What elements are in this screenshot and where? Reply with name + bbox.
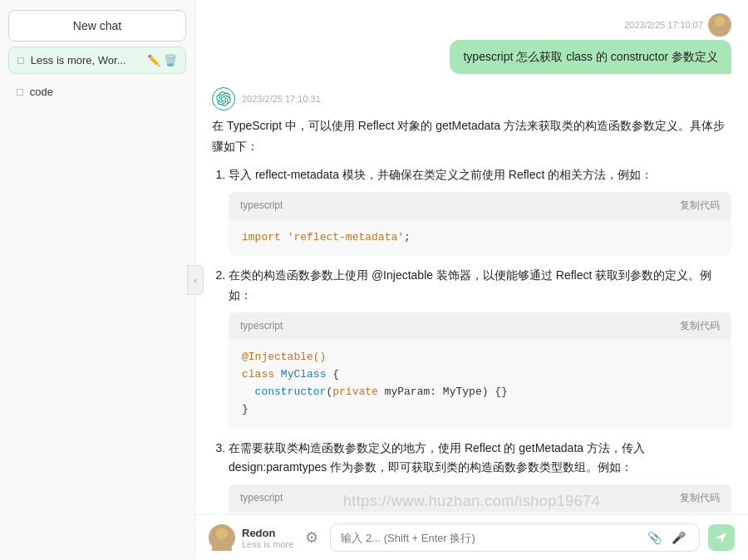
user-info: Redon Less is more xyxy=(209,524,293,551)
code-block-header-2: typescript 复制代码 xyxy=(229,312,731,339)
attachment-button[interactable]: 📎 xyxy=(644,529,665,546)
chat-icon: □ xyxy=(17,54,24,66)
code-lang-2: typescript xyxy=(240,317,283,334)
new-chat-button[interactable]: New chat xyxy=(8,10,186,42)
user-avatar xyxy=(708,13,731,37)
svg-point-1 xyxy=(711,29,728,37)
user-message: 2023/2/25 17:10:07 typescript 怎么获取 class… xyxy=(212,13,731,74)
chat-input-area: 📎 🎤 xyxy=(330,523,700,552)
code-block-header-3: typescript 复制代码 xyxy=(229,484,731,511)
chat-item-label: Less is more, Wor... xyxy=(31,54,140,66)
user-message-meta: 2023/2/25 17:10:07 xyxy=(624,13,731,37)
ai-message-meta: 2023/2/25 17:10:31 xyxy=(212,87,731,111)
delete-icon[interactable]: 🗑️ xyxy=(164,54,177,66)
chat-item-actions: ✏️ 🗑️ xyxy=(147,54,177,66)
code-block-2: typescript 复制代码 @Injectable() class MyCl… xyxy=(229,312,731,429)
user-name: Redon xyxy=(242,527,293,539)
code-lang-3: typescript xyxy=(240,489,283,506)
input-actions: 📎 🎤 xyxy=(644,529,689,546)
code-lang-1: typescript xyxy=(240,197,283,214)
user-message-timestamp: 2023/2/25 17:10:07 xyxy=(624,20,703,30)
edit-icon[interactable]: ✏️ xyxy=(147,54,160,66)
ai-intro-text: 在 TypeScript 中，可以使用 Reflect 对象的 getMetad… xyxy=(212,115,731,157)
microphone-button[interactable]: 🎤 xyxy=(668,529,689,546)
send-button[interactable] xyxy=(708,524,735,551)
user-message-bubble: typescript 怎么获取 class 的 constructor 参数定义 xyxy=(450,40,731,74)
ai-avatar-icon xyxy=(212,87,235,111)
code-block-1: typescript 复制代码 import 'reflect-metadata… xyxy=(229,192,731,256)
code-block-header-1: typescript 复制代码 xyxy=(229,192,731,219)
ai-message-content: 在 TypeScript 中，可以使用 Reflect 对象的 getMetad… xyxy=(212,115,731,514)
bottom-bar: Redon Less is more ⚙ 📎 🎤 xyxy=(195,514,748,560)
chat-input[interactable] xyxy=(341,532,637,544)
code-content-1: import 'reflect-metadata'; xyxy=(229,219,731,257)
sidebar: New chat □ Less is more, Wor... ✏️ 🗑️ □ … xyxy=(0,0,195,560)
copy-button-2[interactable]: 复制代码 xyxy=(680,319,720,333)
svg-point-0 xyxy=(715,17,725,27)
svg-point-2 xyxy=(216,528,228,539)
ai-message-timestamp: 2023/2/25 17:10:31 xyxy=(242,94,321,104)
ai-step-2-text: 在类的构造函数参数上使用 @Injectable 装饰器，以便能够通过 Refl… xyxy=(229,268,711,302)
copy-button-1[interactable]: 复制代码 xyxy=(680,199,720,213)
main-chat-area: 2023/2/25 17:10:07 typescript 怎么获取 class… xyxy=(195,0,748,560)
user-info-avatar xyxy=(209,524,235,551)
user-subtitle: Less is more xyxy=(242,539,293,549)
svg-point-3 xyxy=(212,543,232,551)
sidebar-item-code[interactable]: □ code xyxy=(8,79,186,105)
sidebar-collapse-button[interactable]: ‹ xyxy=(187,265,204,295)
ai-step-3: 在需要获取类构造函数参数定义的地方，使用 Reflect 的 getMetada… xyxy=(229,439,731,514)
chat-icon: □ xyxy=(17,86,23,98)
ai-message: 2023/2/25 17:10:31 在 TypeScript 中，可以使用 R… xyxy=(212,87,731,514)
copy-button-3[interactable]: 复制代码 xyxy=(680,491,720,505)
code-block-3: typescript 复制代码 const constructorArgs = … xyxy=(229,484,731,514)
ai-step-1-text: 导入 reflect-metadata 模块，并确保在类定义之前使用 Refle… xyxy=(229,168,652,181)
ai-step-2: 在类的构造函数参数上使用 @Injectable 装饰器，以便能够通过 Refl… xyxy=(229,266,731,428)
ai-step-3-text: 在需要获取类构造函数参数定义的地方，使用 Reflect 的 getMetada… xyxy=(229,441,645,474)
chat-messages: 2023/2/25 17:10:07 typescript 怎么获取 class… xyxy=(195,0,748,514)
ai-step-1: 导入 reflect-metadata 模块，并确保在类定义之前使用 Refle… xyxy=(229,165,731,256)
user-info-text: Redon Less is more xyxy=(242,527,293,549)
settings-button[interactable]: ⚙ xyxy=(302,525,322,550)
sidebar-item-less-is-more[interactable]: □ Less is more, Wor... ✏️ 🗑️ xyxy=(8,47,186,74)
code-content-2: @Injectable() class MyClass { constructo… xyxy=(229,339,731,428)
ai-steps-list: 导入 reflect-metadata 模块，并确保在类定义之前使用 Refle… xyxy=(212,165,731,514)
chat-item-label: code xyxy=(30,86,178,98)
